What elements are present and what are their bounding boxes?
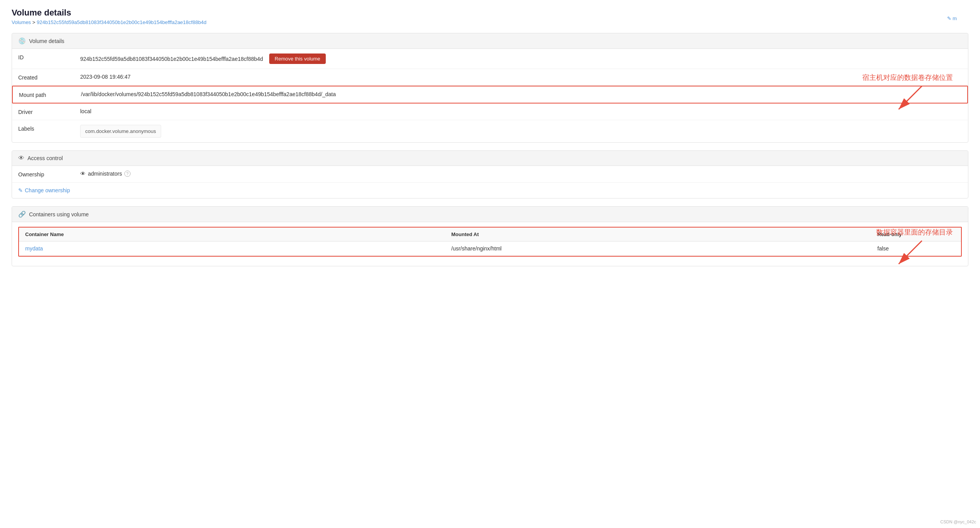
eye-icon: 👁 [18,155,24,162]
created-value: 2023-09-08 19:46:47 [80,74,962,80]
mount-path-row: Mount path /var/lib/docker/volumes/924b1… [12,86,968,104]
containers-table-header: Container Name Mounted At Read-only [19,228,961,242]
mount-path-value: /var/lib/docker/volumes/924b152c55fd59a5… [81,91,961,97]
breadcrumb-id-link[interactable]: 924b152c55fd59a5db81083f344050b1e2b00c1e… [37,19,206,25]
administrators-text: administrators [88,171,122,177]
ownership-value-container: 👁 administrators ? [80,171,962,177]
col-container-name: Container Name [25,231,451,237]
mount-path-label: Mount path [19,91,81,98]
container-name-link[interactable]: mydata [25,245,451,252]
change-ownership-label: Change ownership [25,187,70,193]
volume-details-header: 💿 Volume details [12,33,968,49]
containers-header: 🔗 Containers using volume [12,207,968,222]
volume-icon: 💿 [18,37,26,45]
top-right-link[interactable]: ✎ m [947,16,957,21]
access-control-header-label: Access control [28,155,63,161]
change-ownership-link[interactable]: ✎ Change ownership [12,183,76,198]
ownership-row: Ownership 👁 administrators ? [12,166,968,183]
link-icon: 🔗 [18,211,26,218]
edit-icon: ✎ [18,187,23,193]
access-control-card: 👁 Access control Ownership 👁 administrat… [12,150,968,198]
id-value-container: 924b152c55fd59a5db81083f344050b1e2b00c1e… [80,53,962,64]
containers-table-area: Container Name Mounted At Read-only myda… [12,222,968,257]
driver-row: Driver local [12,104,968,120]
labels-label: Labels [18,125,80,132]
remove-volume-button[interactable]: Remove this volume [269,53,326,64]
page-title: Volume details [12,8,968,18]
driver-label: Driver [18,108,80,115]
containers-header-label: Containers using volume [29,211,89,217]
breadcrumb: Volumes > 924b152c55fd59a5db81083f344050… [12,19,968,25]
id-value: 924b152c55fd59a5db81083f344050b1e2b00c1e… [80,56,263,62]
created-label: Created [18,74,80,81]
access-control-header: 👁 Access control [12,151,968,166]
change-ownership-row: ✎ Change ownership [12,183,968,198]
labels-box: com.docker.volume.anonymous [80,125,161,138]
containers-card: 🔗 Containers using volume Container Name… [12,206,968,266]
breadcrumb-separator: > [33,19,37,25]
labels-value: com.docker.volume.anonymous [80,125,962,138]
containers-table-wrapper: Container Name Mounted At Read-only myda… [18,227,962,257]
labels-row: Labels com.docker.volume.anonymous [12,120,968,142]
eye-small-icon: 👁 [80,171,86,177]
mounted-at-value: /usr/share/nginx/html [451,245,877,252]
id-label: ID [18,53,80,60]
ownership-value: 👁 administrators ? [80,171,962,177]
help-icon[interactable]: ? [124,171,131,177]
ownership-label: Ownership [18,171,80,178]
col-read-only: Read-only [877,231,955,237]
read-only-value: false [877,245,955,252]
breadcrumb-volumes-link[interactable]: Volumes [12,19,31,25]
volume-details-header-label: Volume details [29,38,64,44]
driver-value: local [80,108,962,114]
table-row: mydata /usr/share/nginx/html false [19,242,961,256]
id-row: ID 924b152c55fd59a5db81083f344050b1e2b00… [12,49,968,69]
col-mounted-at: Mounted At [451,231,877,237]
created-row: Created 2023-09-08 19:46:47 [12,69,968,86]
volume-details-card: 💿 Volume details ID 924b152c55fd59a5db81… [12,33,968,143]
